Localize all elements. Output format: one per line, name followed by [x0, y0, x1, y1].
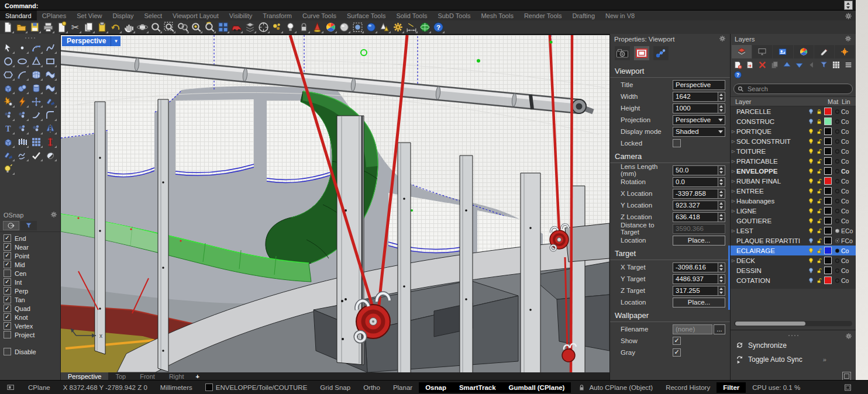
more-chevron[interactable]: »	[823, 356, 826, 363]
layer-color-swatch[interactable]	[824, 187, 832, 195]
paste-icon[interactable]	[96, 21, 108, 33]
menu-tab-surface-tools[interactable]: Surface Tools	[342, 11, 391, 20]
ellipse-icon[interactable]	[16, 56, 29, 68]
layer-color-swatch[interactable]	[824, 167, 832, 175]
open-file-icon[interactable]	[15, 21, 27, 33]
button-location[interactable]: Place...	[673, 236, 725, 246]
column-material[interactable]: Mat	[828, 98, 842, 105]
save-file-icon[interactable]	[29, 21, 41, 33]
cplane-button[interactable]: CPlane	[22, 382, 57, 393]
display-mode-icon[interactable]	[653, 46, 669, 60]
layer-row-dessin[interactable]: DESSINCo	[731, 265, 856, 275]
copy-points-icon[interactable]	[30, 123, 43, 135]
duplicate-layer-icon[interactable]	[770, 60, 780, 70]
input-lens-length-mm[interactable]: 50.0	[673, 165, 718, 175]
layer-name[interactable]: COTATION	[736, 277, 807, 284]
surface-from-points-icon[interactable]	[30, 69, 43, 81]
layer-visibility-bulb-icon[interactable]	[807, 227, 815, 234]
layer-name[interactable]: ENTREE	[736, 188, 807, 195]
layer-lock-icon[interactable]	[815, 148, 823, 155]
copy-icon[interactable]	[82, 21, 95, 33]
layer-name[interactable]: ENVELOPPE	[736, 168, 807, 175]
shaded-view-icon[interactable]	[44, 150, 57, 162]
layer-material-icon[interactable]	[833, 148, 841, 155]
layer-name[interactable]: DESSIN	[736, 267, 807, 274]
layer-color-swatch[interactable]	[824, 207, 832, 215]
filter-toggle[interactable]: Filter	[717, 382, 746, 393]
curved-surface-icon[interactable]	[44, 82, 57, 95]
materials-tab-icon[interactable]	[814, 45, 834, 58]
layer-material-icon[interactable]	[833, 277, 841, 284]
layers-column-headers[interactable]: Layer Mat Lin	[731, 96, 856, 106]
layer-name[interactable]: LIGNE	[736, 208, 807, 215]
layer-visibility-bulb-icon[interactable]	[807, 138, 815, 145]
osnap-checkbox-point[interactable]: ✓	[4, 252, 11, 260]
filter-icon[interactable]	[819, 60, 829, 70]
new-sublayer-icon[interactable]	[745, 60, 755, 70]
layer-name[interactable]: PLAQUE REPARTITI	[736, 237, 807, 244]
layer-color-swatch[interactable]	[824, 217, 832, 224]
layer-lock-icon[interactable]	[815, 217, 823, 224]
zoom-extents-icon[interactable]	[177, 21, 189, 33]
layer-material-icon[interactable]	[833, 168, 841, 175]
named-views-tab-icon[interactable]	[773, 45, 793, 58]
snapshot-tab-icon[interactable]	[835, 45, 855, 58]
spinner-x-target[interactable]	[718, 262, 725, 272]
layer-linetype[interactable]: Co	[841, 267, 853, 274]
layers-hscrollbar[interactable]	[734, 321, 852, 326]
expand-arrow-icon[interactable]: ▷	[732, 129, 736, 134]
expand-arrow-icon[interactable]: ▷	[732, 229, 736, 233]
layer-color-swatch[interactable]	[824, 147, 832, 155]
layer-row-portique[interactable]: ▷PORTIQUECo	[731, 126, 856, 136]
panel-menu-icon[interactable]	[843, 60, 853, 70]
osnap-tab-snaps[interactable]	[3, 221, 19, 230]
dock-panel-icon[interactable]	[842, 372, 851, 381]
pipe-icon[interactable]	[44, 136, 57, 148]
globe-icon[interactable]	[419, 21, 431, 33]
trim-icon[interactable]	[44, 96, 57, 108]
osnap-checkbox-mid[interactable]: ✓	[4, 261, 11, 268]
layer-linetype[interactable]: Co	[841, 257, 853, 264]
osnap-checkbox-disable[interactable]	[4, 348, 11, 355]
spinner-z-target[interactable]	[718, 286, 725, 296]
expand-arrow-icon[interactable]: ▷	[732, 139, 736, 144]
layer-visibility-bulb-icon[interactable]	[807, 247, 815, 254]
browse-button[interactable]: ...	[714, 324, 725, 334]
layer-row-eclairage[interactable]: ECLAIRAGECo	[731, 246, 856, 255]
menu-tab-new-in-v8[interactable]: New in V8	[600, 11, 640, 20]
layer-name[interactable]: TOITURE	[736, 148, 807, 155]
cut-icon[interactable]: ✂	[69, 21, 81, 33]
lamp-icon[interactable]	[2, 163, 15, 175]
layer-linetype[interactable]: Co	[841, 208, 853, 215]
layer-material-icon[interactable]	[833, 108, 841, 115]
synchronize-button[interactable]: Synchronize	[735, 341, 787, 350]
spinner-width[interactable]	[718, 92, 725, 102]
undo-icon[interactable]	[109, 21, 122, 33]
input-y-target[interactable]: 4486.937	[673, 274, 718, 284]
layer-linetype[interactable]: Co	[841, 188, 853, 195]
viewport-panel-icon[interactable]	[0, 382, 22, 393]
text-icon[interactable]: T	[2, 123, 15, 135]
cplane-compass-icon[interactable]	[257, 21, 270, 33]
layer-linetype[interactable]: Co	[841, 158, 853, 165]
layer-color-swatch[interactable]	[824, 267, 832, 274]
layer-name[interactable]: LEST	[736, 227, 807, 234]
layer-visibility-bulb-icon[interactable]	[807, 198, 815, 205]
cursor-coordinates[interactable]: X 8372.468 Y -2789.942 Z 0	[57, 382, 154, 393]
osnap-toggle[interactable]: Osnap	[419, 382, 453, 393]
record-history-toggle[interactable]: Record History	[659, 382, 717, 393]
menu-tab-curve-tools[interactable]: Curve Tools	[297, 11, 342, 20]
layer-name[interactable]: Haubanages	[736, 198, 807, 205]
layer-row-goutiere[interactable]: GOUTIERECo	[731, 216, 856, 226]
menu-tab-mesh-tools[interactable]: Mesh Tools	[476, 11, 518, 20]
curve-network-icon[interactable]	[16, 150, 29, 162]
layer-name[interactable]: GOUTIERE	[736, 217, 807, 224]
new-viewport-tab-button[interactable]: +	[191, 372, 204, 380]
layer-visibility-bulb-icon[interactable]	[807, 148, 815, 155]
pan-icon[interactable]	[123, 21, 135, 33]
expand-arrow-icon[interactable]: ▷	[732, 189, 736, 193]
circle-icon[interactable]	[2, 56, 15, 68]
cylinder-icon[interactable]	[30, 82, 43, 95]
smarttrack-toggle[interactable]: SmartTrack	[453, 382, 502, 393]
layer-color-swatch[interactable]	[824, 257, 832, 264]
